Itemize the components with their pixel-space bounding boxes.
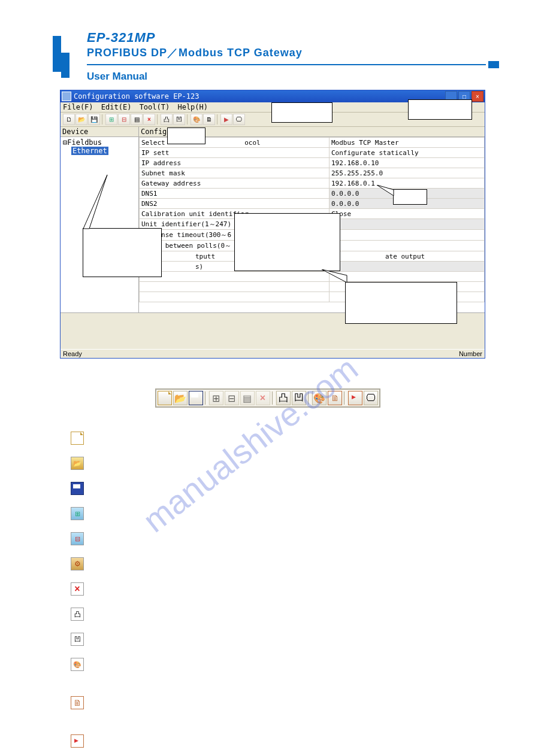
upload-icon: 凸 bbox=[276, 391, 291, 405]
delete-icon[interactable]: × bbox=[143, 114, 155, 125]
open-icon: 📂 bbox=[71, 457, 84, 470]
debug-icon: 🖵 bbox=[364, 391, 378, 405]
app-icon bbox=[62, 92, 71, 101]
app-window: Configuration software EP-123 _ □ × File… bbox=[60, 90, 485, 359]
doc-icon bbox=[328, 391, 342, 405]
table-row: IP settConfigurate statically bbox=[140, 148, 485, 158]
upload-icon[interactable]: 凸 bbox=[161, 114, 173, 125]
save-icon bbox=[71, 482, 84, 495]
add-node-icon: ⊞ bbox=[209, 391, 223, 405]
export-icon bbox=[348, 391, 362, 405]
new-icon bbox=[71, 432, 84, 445]
status-number: Number bbox=[459, 350, 482, 357]
table-row: Subnet mask255.255.255.0 bbox=[140, 168, 485, 178]
model-code: EP-321MP bbox=[87, 30, 499, 45]
table-row: Gateway address192.168.0.1 bbox=[140, 178, 485, 189]
download-icon[interactable]: 凹 bbox=[173, 114, 185, 125]
download-icon: 凹 bbox=[71, 633, 84, 646]
open-icon: 📂 bbox=[173, 391, 188, 405]
status-bar: Ready Number bbox=[61, 349, 485, 358]
delete-icon: × bbox=[71, 582, 84, 596]
add-child-icon: ⊟ bbox=[225, 391, 239, 405]
props-icon bbox=[71, 557, 84, 570]
header-decor-bar bbox=[61, 53, 69, 78]
toolbar-graphic: 📂 ⊞ ⊟ ▤ × 凸 凹 🎨 🖵 bbox=[155, 388, 380, 408]
add-child-icon: ⊟ bbox=[71, 532, 84, 545]
config-icon: 🎨 bbox=[312, 391, 327, 405]
table-row: DNS20.0.0.0 bbox=[140, 199, 485, 209]
config-icon[interactable]: 🎨 bbox=[191, 114, 202, 125]
new-icon bbox=[158, 391, 172, 405]
icon-legend-list: 📂 ⊞ ⊟ × 凸 凹 🎨 bbox=[71, 426, 499, 754]
callout-box bbox=[234, 213, 340, 271]
table-row bbox=[140, 272, 485, 282]
new-icon[interactable]: 🗋 bbox=[63, 114, 75, 125]
callout-box bbox=[167, 127, 205, 144]
props-icon[interactable]: ▤ bbox=[131, 114, 143, 125]
callout-box bbox=[408, 99, 472, 120]
callout-box bbox=[271, 102, 333, 123]
open-icon[interactable]: 📂 bbox=[75, 114, 87, 125]
doc-icon bbox=[71, 696, 84, 709]
menu-file[interactable]: File(F) bbox=[63, 103, 93, 111]
table-row: DNS10.0.0.0 bbox=[140, 189, 485, 199]
tree-node-fieldbus[interactable]: ⊟Fieldbus bbox=[63, 138, 136, 147]
header-decor-bar bbox=[53, 36, 61, 72]
callout-box bbox=[393, 189, 427, 205]
add-node-icon: ⊞ bbox=[71, 507, 84, 520]
props-icon: ▤ bbox=[240, 391, 255, 405]
callout-box bbox=[345, 282, 457, 324]
header-rule bbox=[87, 61, 499, 68]
status-text: Ready bbox=[63, 350, 82, 357]
add-child-icon[interactable]: ⊟ bbox=[118, 114, 130, 125]
doc-icon[interactable]: 🗎 bbox=[203, 114, 215, 125]
export-icon bbox=[71, 734, 84, 748]
save-icon bbox=[189, 391, 203, 405]
svg-marker-0 bbox=[83, 175, 107, 229]
upload-icon: 凸 bbox=[71, 608, 84, 621]
window-title: Configuration software EP-123 bbox=[74, 92, 445, 101]
menu-tool[interactable]: Tool(T) bbox=[140, 103, 170, 111]
menu-help[interactable]: Help(H) bbox=[177, 103, 208, 111]
tree-node-ethernet[interactable]: Ethernet bbox=[71, 147, 108, 155]
save-icon[interactable]: 💾 bbox=[88, 114, 100, 125]
callout-box bbox=[83, 228, 162, 277]
debug-icon[interactable]: 🖵 bbox=[233, 114, 245, 125]
export-icon[interactable]: ▶ bbox=[220, 114, 232, 125]
svg-marker-2 bbox=[322, 269, 347, 283]
product-subtitle: PROFIBUS DP／Modbus TCP Gateway bbox=[87, 45, 499, 60]
config-icon: 🎨 bbox=[71, 658, 84, 671]
table-row: IP address192.168.0.10 bbox=[140, 158, 485, 168]
menu-edit[interactable]: Edit(E) bbox=[101, 103, 132, 111]
user-manual-label: User Manual bbox=[87, 71, 499, 83]
close-button[interactable]: × bbox=[471, 91, 483, 102]
device-tree-header: Device bbox=[61, 127, 138, 137]
download-icon: 凹 bbox=[292, 391, 306, 405]
delete-icon: × bbox=[256, 391, 270, 405]
svg-marker-1 bbox=[377, 185, 394, 196]
add-node-icon[interactable]: ⊞ bbox=[105, 114, 117, 125]
